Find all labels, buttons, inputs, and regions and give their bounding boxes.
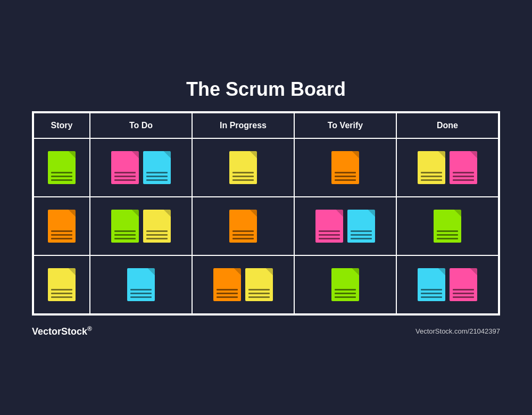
cell-content: [300, 210, 390, 243]
cell-content: [96, 210, 186, 243]
brand-logo: VectorStock®: [32, 325, 92, 337]
board-cell: [192, 138, 294, 197]
cell-content: [96, 268, 186, 301]
col-done: Done: [396, 113, 498, 138]
task-card[interactable]: [418, 151, 445, 184]
task-card[interactable]: [143, 210, 171, 243]
board-cell: [34, 255, 90, 314]
task-card[interactable]: [315, 210, 343, 243]
board-cell: [294, 197, 396, 255]
col-todo: To Do: [90, 113, 192, 138]
board-cell: [294, 255, 396, 314]
col-inprogress: In Progress: [192, 113, 294, 138]
board-cell: [90, 197, 192, 255]
task-card[interactable]: [229, 151, 257, 184]
task-card[interactable]: [213, 268, 241, 301]
cell-content: [402, 210, 493, 243]
task-card[interactable]: [331, 151, 359, 184]
board-cell: [396, 255, 498, 314]
board-cell: [294, 138, 396, 197]
board-cell: [396, 138, 498, 197]
cell-content: [402, 268, 493, 301]
board-row: [34, 255, 498, 314]
task-card[interactable]: [229, 210, 257, 243]
col-toverify: To Verify: [294, 113, 396, 138]
board-cell: [34, 138, 90, 197]
board-cell: [192, 255, 294, 314]
brand-name: VectorStock: [32, 326, 87, 337]
registered-symbol: ®: [87, 325, 92, 333]
cell-content: [300, 151, 390, 184]
board-row: [34, 138, 498, 197]
task-card[interactable]: [143, 151, 171, 184]
cell-content: [300, 268, 390, 301]
board-row: [34, 197, 498, 255]
task-card[interactable]: [48, 210, 76, 243]
col-story: Story: [34, 113, 90, 138]
task-card[interactable]: [450, 151, 477, 184]
cell-content: [402, 151, 493, 184]
header-row: Story To Do In Progress To Verify Done: [34, 113, 498, 138]
scrum-board: Story To Do In Progress To Verify Done: [32, 111, 500, 316]
cell-content: [198, 268, 288, 301]
footer: VectorStock® VectorStock.com/21042397: [32, 325, 500, 337]
task-card[interactable]: [48, 268, 76, 301]
page-title: The Scrum Board: [186, 78, 346, 101]
task-card[interactable]: [434, 210, 461, 243]
task-card[interactable]: [48, 151, 76, 184]
cell-content: [39, 268, 84, 301]
task-card[interactable]: [418, 268, 445, 301]
board-cell: [34, 197, 90, 255]
task-card[interactable]: [331, 268, 359, 301]
cell-content: [39, 210, 84, 243]
task-card[interactable]: [127, 268, 155, 301]
board-cell: [396, 197, 498, 255]
cell-content: [198, 210, 288, 243]
task-card[interactable]: [347, 210, 375, 243]
task-card[interactable]: [245, 268, 273, 301]
board-table: Story To Do In Progress To Verify Done: [33, 112, 499, 314]
footer-url: VectorStock.com/21042397: [415, 327, 500, 335]
cell-content: [96, 151, 186, 184]
task-card[interactable]: [111, 151, 139, 184]
task-card[interactable]: [111, 210, 139, 243]
cell-content: [198, 151, 288, 184]
board-cell: [90, 255, 192, 314]
task-card[interactable]: [450, 268, 477, 301]
board-cell: [192, 197, 294, 255]
board-cell: [90, 138, 192, 197]
cell-content: [39, 151, 84, 184]
